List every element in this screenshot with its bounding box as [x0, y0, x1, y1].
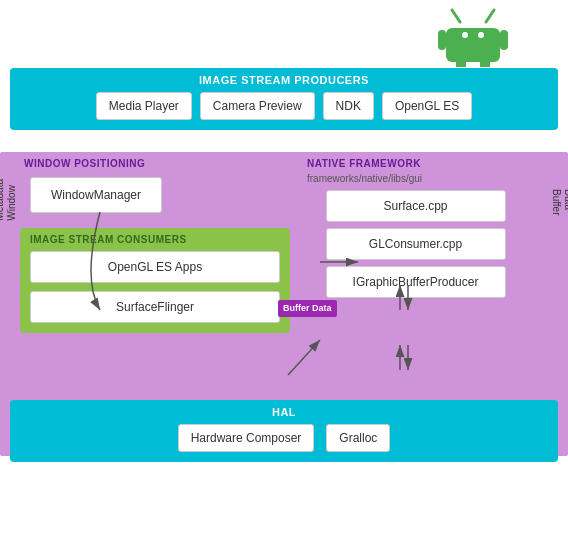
hal-gralloc: Gralloc: [326, 424, 390, 452]
window-metadata-label: WindowMetadata: [0, 175, 22, 225]
svg-point-3: [462, 32, 468, 38]
consumers-boxes: OpenGL ES Apps SurfaceFlinger: [30, 251, 280, 323]
consumer-opengl-es-apps: OpenGL ES Apps: [30, 251, 280, 283]
isc-title: IMAGE STREAM CONSUMERS: [30, 234, 280, 245]
producer-ndk: NDK: [323, 92, 374, 120]
hal-title: HAL: [20, 406, 548, 418]
native-igraphicbufferproducer: IGraphicBufferProducer: [326, 266, 506, 298]
native-glconsumer-cpp: GLConsumer.cpp: [326, 228, 506, 260]
svg-rect-5: [438, 30, 446, 50]
diagram-container: IMAGE STREAM PRODUCERS Media Player Came…: [0, 0, 568, 534]
android-logo: [438, 2, 508, 67]
svg-line-2: [486, 10, 494, 22]
producers-boxes: Media Player Camera Preview NDK OpenGL E…: [20, 92, 548, 120]
native-surface-cpp: Surface.cpp: [326, 190, 506, 222]
nf-path: frameworks/native/libs/gui: [303, 171, 548, 190]
svg-rect-8: [480, 58, 490, 67]
window-positioning-section: WINDOW POSITIONING WindowManager: [20, 152, 290, 213]
buffer-data-label-right: BufferData: [546, 185, 568, 220]
wp-title: WINDOW POSITIONING: [20, 152, 290, 173]
consumer-surface-flinger: SurfaceFlinger: [30, 291, 280, 323]
svg-line-1: [452, 10, 460, 22]
image-stream-producers-section: IMAGE STREAM PRODUCERS Media Player Came…: [10, 68, 558, 130]
producer-media-player: Media Player: [96, 92, 192, 120]
producer-opengl-es: OpenGL ES: [382, 92, 472, 120]
svg-point-4: [478, 32, 484, 38]
buffer-data-middle: Buffer Data: [278, 300, 337, 317]
nf-title: NATIVE FRAMEWORK: [303, 152, 548, 171]
image-stream-consumers-section: IMAGE STREAM CONSUMERS OpenGL ES Apps Su…: [20, 228, 290, 333]
window-manager-box: WindowManager: [30, 177, 162, 213]
svg-rect-7: [456, 58, 466, 67]
native-boxes: Surface.cpp GLConsumer.cpp IGraphicBuffe…: [303, 190, 548, 298]
hal-boxes: Hardware Composer Gralloc: [20, 424, 548, 452]
native-framework-section: NATIVE FRAMEWORK frameworks/native/libs/…: [303, 152, 548, 298]
hal-section: HAL Hardware Composer Gralloc: [10, 400, 558, 462]
isp-title: IMAGE STREAM PRODUCERS: [20, 74, 548, 86]
hal-hardware-composer: Hardware Composer: [178, 424, 315, 452]
producer-camera-preview: Camera Preview: [200, 92, 315, 120]
svg-rect-0: [446, 28, 500, 62]
svg-rect-6: [500, 30, 508, 50]
